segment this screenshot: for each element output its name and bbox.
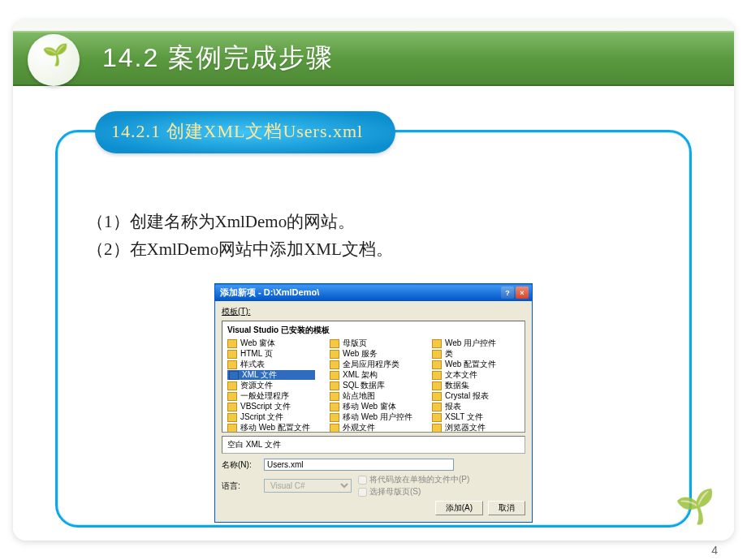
file-icon: [432, 413, 442, 422]
name-row: 名称(N):: [222, 459, 525, 471]
file-icon: [330, 360, 339, 369]
template-item[interactable]: Web 用户控件: [432, 338, 520, 348]
file-icon: [432, 371, 442, 380]
checkbox-column: 将代码放在单独的文件中(P) 选择母版页(S): [358, 474, 469, 498]
file-icon: [432, 350, 442, 359]
template-item[interactable]: 文本文件: [432, 370, 520, 380]
template-item-label: 资源文件: [240, 381, 273, 390]
file-icon: [227, 381, 237, 390]
file-icon: [330, 392, 339, 401]
file-icon: [227, 403, 237, 411]
dialog-body: 模板(T): Visual Studio 已安装的模板 Web 窗体HTML 页…: [215, 301, 532, 522]
template-item-label: 移动 Web 用户控件: [343, 412, 412, 422]
template-item[interactable]: Web 服务: [330, 349, 417, 359]
title-decoration: [13, 31, 102, 86]
dialog-buttons: 添加(A) 取消: [222, 501, 525, 515]
template-item-label: 浏览器文件: [445, 423, 486, 433]
language-label: 语言:: [222, 480, 261, 492]
template-item[interactable]: 母版页: [330, 338, 417, 348]
template-item[interactable]: HTML 页: [227, 349, 315, 359]
template-item-label: 母版页: [343, 338, 367, 348]
template-column: Web 窗体HTML 页样式表XML 文件资源文件一般处理程序VBScript …: [227, 338, 315, 433]
template-item-label: XML 文件: [242, 370, 277, 380]
title-bar: 14.2 案例完成步骤: [13, 31, 734, 86]
step-1: （1）创建名称为XmlDemo的网站。: [87, 209, 660, 236]
template-item-label: XSLT 文件: [445, 412, 483, 422]
template-item[interactable]: 资源文件: [227, 381, 315, 390]
template-item[interactable]: 数据集: [432, 381, 520, 390]
template-item-label: 外观文件: [343, 423, 375, 433]
template-item[interactable]: 移动 Web 用户控件: [330, 412, 417, 422]
file-icon: [330, 339, 339, 348]
template-item[interactable]: 外观文件: [330, 423, 417, 433]
language-select[interactable]: Visual C#: [264, 479, 352, 493]
add-button[interactable]: 添加(A): [435, 501, 483, 515]
template-column: 母版页Web 服务全局应用程序类XML 架构SQL 数据库站点地图移动 Web …: [330, 338, 417, 433]
template-item[interactable]: 类: [432, 349, 520, 359]
file-icon: [330, 413, 339, 422]
template-item[interactable]: 移动 Web 配置文件: [227, 423, 315, 433]
file-icon: [432, 360, 442, 369]
template-item[interactable]: Crystal 报表: [432, 391, 520, 401]
template-item[interactable]: 报表: [432, 402, 520, 411]
template-description: 空白 XML 文件: [222, 436, 525, 454]
template-item-label: Web 窗体: [240, 338, 275, 348]
template-item-label: HTML 页: [240, 349, 273, 359]
file-icon: [227, 413, 237, 422]
content-box: 14.2.1 创建XML文档Users.xml （1）创建名称为XmlDemo的…: [55, 130, 692, 528]
file-icon: [227, 350, 237, 359]
template-item[interactable]: VBScript 文件: [227, 402, 315, 411]
template-item-label: 移动 Web 窗体: [343, 402, 396, 411]
slide-subtitle: 14.2.1 创建XML文档Users.xml: [95, 111, 395, 153]
slide-frame: 14.2 案例完成步骤 14.2.1 创建XML文档Users.xml （1）创…: [13, 19, 734, 541]
page-number: 4: [711, 544, 718, 557]
sprout-icon: [28, 34, 80, 86]
template-item-label: Crystal 报表: [445, 391, 489, 401]
template-item-label: Web 服务: [343, 349, 378, 359]
template-item[interactable]: 全局应用程序类: [330, 360, 417, 369]
template-item[interactable]: Web 配置文件: [432, 360, 520, 369]
template-item[interactable]: 浏览器文件: [432, 423, 520, 433]
file-icon: [227, 360, 237, 369]
cancel-button[interactable]: 取消: [488, 501, 525, 515]
template-item[interactable]: 样式表: [227, 360, 315, 369]
template-item-label: 样式表: [240, 360, 265, 369]
template-columns: Web 窗体HTML 页样式表XML 文件资源文件一般处理程序VBScript …: [227, 338, 520, 433]
slide-title: 14.2 案例完成步骤: [102, 41, 334, 76]
template-item-label: VBScript 文件: [240, 402, 291, 411]
file-icon: [227, 392, 237, 401]
help-button[interactable]: ?: [501, 286, 514, 299]
select-master-checkbox[interactable]: 选择母版页(S): [358, 486, 469, 498]
template-item-label: SQL 数据库: [343, 381, 385, 390]
template-item-label: 数据集: [445, 381, 469, 390]
file-icon: [432, 424, 442, 433]
dialog-titlebar: 添加新项 - D:\XmlDemo\ ? ×: [215, 284, 532, 301]
template-item[interactable]: XSLT 文件: [432, 412, 520, 422]
close-button[interactable]: ×: [516, 286, 529, 299]
file-icon: [330, 424, 339, 433]
name-label: 名称(N):: [222, 459, 261, 471]
file-icon: [330, 350, 339, 359]
template-item[interactable]: 移动 Web 窗体: [330, 402, 417, 411]
template-item[interactable]: Web 窗体: [227, 338, 315, 348]
file-icon: [227, 339, 237, 348]
template-item[interactable]: XML 架构: [330, 370, 417, 380]
template-item-label: 报表: [445, 402, 461, 411]
name-input[interactable]: [264, 459, 454, 471]
template-item[interactable]: JScript 文件: [227, 412, 315, 422]
template-item[interactable]: XML 文件: [227, 370, 315, 380]
template-item[interactable]: 一般处理程序: [227, 391, 315, 401]
dialog-title: 添加新项 - D:\XmlDemo\: [220, 286, 319, 299]
template-item[interactable]: SQL 数据库: [330, 381, 417, 390]
separate-code-checkbox[interactable]: 将代码放在单独的文件中(P): [358, 474, 469, 485]
step-2: （2）在XmlDemo网站中添加XML文档。: [87, 236, 660, 264]
file-icon: [432, 339, 442, 348]
templates-panel: Visual Studio 已安装的模板 Web 窗体HTML 页样式表XML …: [222, 321, 525, 433]
template-item[interactable]: 站点地图: [330, 391, 417, 401]
template-item-label: Web 配置文件: [445, 360, 496, 369]
language-row: 语言: Visual C# 将代码放在单独的文件中(P) 选择母版页(S): [222, 474, 525, 498]
file-icon: [227, 424, 237, 433]
body-text: （1）创建名称为XmlDemo的网站。 （2）在XmlDemo网站中添加XML文…: [87, 209, 660, 263]
template-column: Web 用户控件类Web 配置文件文本文件数据集Crystal 报表报表XSLT…: [432, 338, 520, 433]
file-icon: [432, 381, 442, 390]
